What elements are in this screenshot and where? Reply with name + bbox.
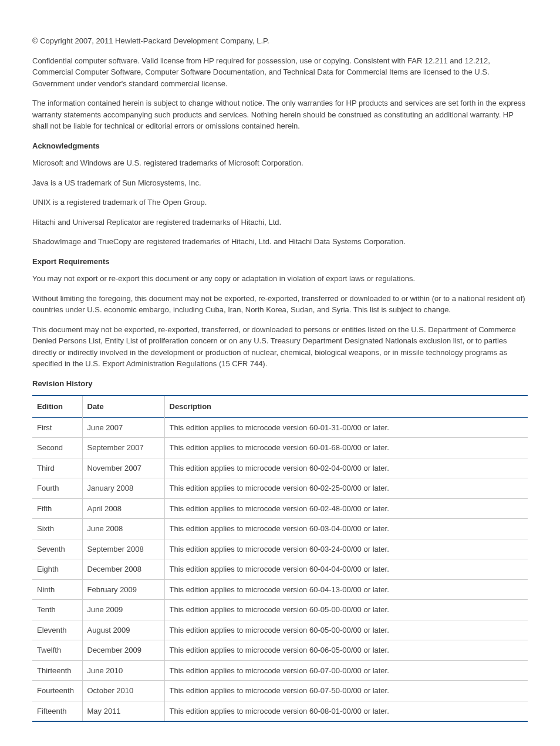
- cell-date: April 2008: [82, 498, 164, 519]
- th-description: Description: [164, 396, 528, 417]
- cell-edition: Fourth: [32, 478, 82, 499]
- cell-description: This edition applies to microcode versio…: [164, 539, 528, 559]
- ack-shadowimage: ShadowImage and TrueCopy are registered …: [32, 236, 528, 248]
- cell-description: This edition applies to microcode versio…: [164, 438, 528, 458]
- table-row: FourthJanuary 2008This edition applies t…: [32, 478, 528, 499]
- cell-description: This edition applies to microcode versio…: [164, 559, 528, 580]
- cell-date: June 2008: [82, 519, 164, 539]
- cell-edition: Seventh: [32, 539, 82, 559]
- cell-description: This edition applies to microcode versio…: [164, 681, 528, 701]
- cell-date: December 2008: [82, 559, 164, 580]
- table-row: FifthApril 2008This edition applies to m…: [32, 498, 528, 519]
- cell-edition: Tenth: [32, 600, 82, 620]
- export-heading: Export Requirements: [32, 256, 528, 268]
- table-row: SecondSeptember 2007This edition applies…: [32, 438, 528, 458]
- cell-date: September 2007: [82, 438, 164, 458]
- cell-date: October 2010: [82, 681, 164, 701]
- revision-heading: Revision History: [32, 378, 528, 390]
- revision-table: Edition Date Description FirstJune 2007T…: [32, 395, 528, 722]
- cell-edition: Sixth: [32, 519, 82, 539]
- cell-edition: Fifteenth: [32, 701, 82, 721]
- table-header-row: Edition Date Description: [32, 396, 528, 417]
- cell-description: This edition applies to microcode versio…: [164, 417, 528, 438]
- cell-edition: Twelfth: [32, 640, 82, 661]
- th-edition: Edition: [32, 396, 82, 417]
- table-row: SeventhSeptember 2008This edition applie…: [32, 539, 528, 559]
- cell-date: January 2008: [82, 478, 164, 499]
- copyright-text: © Copyright 2007, 2011 Hewlett-Packard D…: [32, 35, 528, 47]
- cell-date: August 2009: [82, 620, 164, 640]
- cell-date: June 2010: [82, 660, 164, 681]
- cell-edition: First: [32, 417, 82, 438]
- cell-description: This edition applies to microcode versio…: [164, 458, 528, 478]
- cell-edition: Eighth: [32, 559, 82, 580]
- table-row: EleventhAugust 2009This edition applies …: [32, 620, 528, 640]
- cell-edition: Ninth: [32, 579, 82, 600]
- cell-edition: Fifth: [32, 498, 82, 519]
- cell-date: September 2008: [82, 539, 164, 559]
- cell-edition: Eleventh: [32, 620, 82, 640]
- cell-date: November 2007: [82, 458, 164, 478]
- cell-description: This edition applies to microcode versio…: [164, 600, 528, 620]
- ack-microsoft: Microsoft and Windows are U.S. registere…: [32, 157, 528, 169]
- cell-edition: Second: [32, 438, 82, 458]
- table-row: ThirteenthJune 2010This edition applies …: [32, 660, 528, 681]
- confidential-text: Confidential computer software. Valid li…: [32, 55, 528, 90]
- cell-description: This edition applies to microcode versio…: [164, 579, 528, 600]
- ack-java: Java is a US trademark of Sun Microsyste…: [32, 177, 528, 189]
- warranty-text: The information contained herein is subj…: [32, 97, 528, 132]
- table-row: EighthDecember 2008This edition applies …: [32, 559, 528, 580]
- cell-edition: Thirteenth: [32, 660, 82, 681]
- table-row: FifteenthMay 2011This edition applies to…: [32, 701, 528, 721]
- acknowledgments-heading: Acknowledgments: [32, 140, 528, 152]
- export-p1: You may not export or re-export this doc…: [32, 273, 528, 285]
- export-p3: This document may not be exported, re-ex…: [32, 324, 528, 370]
- cell-date: June 2007: [82, 417, 164, 438]
- table-row: SixthJune 2008This edition applies to mi…: [32, 519, 528, 539]
- cell-description: This edition applies to microcode versio…: [164, 640, 528, 661]
- cell-date: February 2009: [82, 579, 164, 600]
- table-row: TwelfthDecember 2009This edition applies…: [32, 640, 528, 661]
- cell-description: This edition applies to microcode versio…: [164, 498, 528, 519]
- table-row: FirstJune 2007This edition applies to mi…: [32, 417, 528, 438]
- cell-date: May 2011: [82, 701, 164, 721]
- table-row: FourteenthOctober 2010This edition appli…: [32, 681, 528, 701]
- cell-date: June 2009: [82, 600, 164, 620]
- cell-description: This edition applies to microcode versio…: [164, 701, 528, 721]
- cell-date: December 2009: [82, 640, 164, 661]
- ack-unix: UNIX is a registered trademark of The Op…: [32, 197, 528, 208]
- cell-edition: Fourteenth: [32, 681, 82, 701]
- table-row: TenthJune 2009This edition applies to mi…: [32, 600, 528, 620]
- table-row: ThirdNovember 2007This edition applies t…: [32, 458, 528, 478]
- cell-description: This edition applies to microcode versio…: [164, 660, 528, 681]
- cell-edition: Third: [32, 458, 82, 478]
- th-date: Date: [82, 396, 164, 417]
- cell-description: This edition applies to microcode versio…: [164, 620, 528, 640]
- table-row: NinthFebruary 2009This edition applies t…: [32, 579, 528, 600]
- ack-hitachi: Hitachi and Universal Replicator are reg…: [32, 217, 528, 228]
- cell-description: This edition applies to microcode versio…: [164, 478, 528, 499]
- cell-description: This edition applies to microcode versio…: [164, 519, 528, 539]
- export-p2: Without limiting the foregoing, this doc…: [32, 293, 528, 316]
